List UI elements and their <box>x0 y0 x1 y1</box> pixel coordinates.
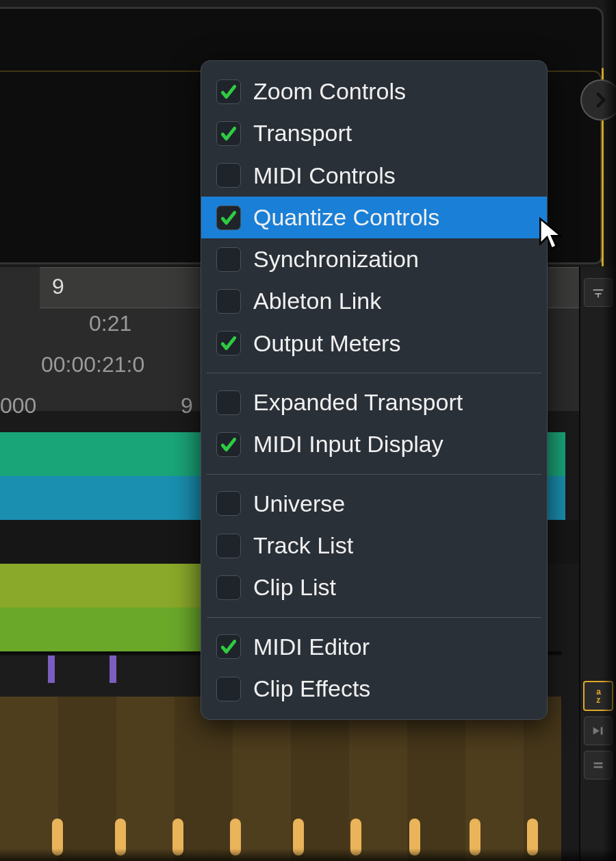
toolbar-round-button[interactable] <box>580 79 616 121</box>
menu-item[interactable]: Synchronization <box>201 238 547 280</box>
menu-item[interactable]: Universe <box>201 483 547 525</box>
menu-item-label: MIDI Input Display <box>253 427 444 461</box>
right-side-strip: az <box>579 267 616 861</box>
forward-icon <box>591 723 606 738</box>
track-stripe[interactable] <box>0 564 205 608</box>
checkbox-icon <box>216 205 241 230</box>
checkbox-icon <box>216 247 241 272</box>
menu-item[interactable]: Transport <box>201 112 547 154</box>
midi-note[interactable] <box>350 819 361 856</box>
bar-number: 9 <box>52 274 64 299</box>
midi-note[interactable] <box>409 819 420 856</box>
checkbox-icon <box>216 331 241 355</box>
cursor-icon <box>538 216 565 251</box>
menu-item-label: Track List <box>253 529 353 562</box>
menu-item-label: MIDI Editor <box>253 630 370 664</box>
checkbox-icon <box>216 677 241 701</box>
marker[interactable] <box>110 656 116 683</box>
az-icon: az <box>596 688 600 704</box>
time-mmss: 0:21 <box>89 311 131 336</box>
list-lines-icon <box>591 758 606 773</box>
side-button-list[interactable] <box>584 751 613 779</box>
samples-right: 9 <box>181 393 193 419</box>
menu-item-label: Output Meters <box>253 327 400 360</box>
view-options-menu[interactable]: Zoom ControlsTransportMIDI ControlsQuant… <box>201 60 548 720</box>
samples-left: 000 <box>0 393 36 419</box>
menu-item-label: Ableton Link <box>253 284 381 318</box>
checkbox-icon <box>216 121 241 146</box>
arrow-down-icon <box>591 285 606 300</box>
checkbox-icon <box>216 163 241 188</box>
midi-note[interactable] <box>470 819 480 856</box>
menu-item[interactable]: Ableton Link <box>201 280 547 322</box>
menu-separator <box>207 617 541 618</box>
menu-separator <box>207 373 541 373</box>
menu-item-label: Universe <box>253 487 345 521</box>
menu-item[interactable]: Clip List <box>201 566 547 608</box>
menu-item-label: Clip Effects <box>253 672 370 706</box>
menu-item-label: Quantize Controls <box>253 201 439 234</box>
menu-item[interactable]: Track List <box>201 525 547 566</box>
menu-item[interactable]: Expanded Transport <box>201 382 547 423</box>
midi-note[interactable] <box>172 819 183 856</box>
midi-note[interactable] <box>115 819 126 856</box>
app-window: 9 0:21 00:00:21:0 000 9 az <box>0 0 616 861</box>
checkbox-icon <box>216 390 241 415</box>
track-stripe[interactable] <box>0 608 205 651</box>
menu-separator <box>207 474 541 475</box>
menu-item-label: Synchronization <box>253 242 419 276</box>
menu-item-label: MIDI Controls <box>253 159 396 192</box>
checkbox-icon <box>216 79 241 104</box>
menu-item-label: Clip List <box>253 571 336 604</box>
midi-note[interactable] <box>293 819 304 856</box>
side-button-collapse[interactable] <box>584 278 613 307</box>
checkbox-icon <box>216 634 241 659</box>
menu-item[interactable]: MIDI Input Display <box>201 423 547 465</box>
menu-item-label: Zoom Controls <box>253 75 406 108</box>
menu-item[interactable]: Quantize Controls <box>201 197 547 238</box>
time-smpte: 00:00:21:0 <box>41 352 144 377</box>
menu-item[interactable]: MIDI Controls <box>201 155 547 197</box>
marker[interactable] <box>48 656 55 683</box>
side-button-next[interactable] <box>584 716 613 745</box>
menu-item[interactable]: Zoom Controls <box>201 71 547 112</box>
menu-item[interactable]: Output Meters <box>201 323 547 364</box>
side-button-az[interactable]: az <box>583 681 613 711</box>
midi-note[interactable] <box>52 819 63 856</box>
midi-note[interactable] <box>230 819 241 856</box>
midi-note[interactable] <box>527 819 538 856</box>
checkbox-icon <box>216 575 241 600</box>
checkbox-icon <box>216 289 241 314</box>
checkbox-icon <box>216 534 241 558</box>
checkbox-icon <box>216 491 241 516</box>
checkbox-icon <box>216 432 241 457</box>
menu-item[interactable]: MIDI Editor <box>201 626 547 668</box>
chevron-right-icon <box>592 91 610 109</box>
menu-item-label: Transport <box>253 116 352 150</box>
menu-item[interactable]: Clip Effects <box>201 668 547 710</box>
menu-item-label: Expanded Transport <box>253 386 463 419</box>
